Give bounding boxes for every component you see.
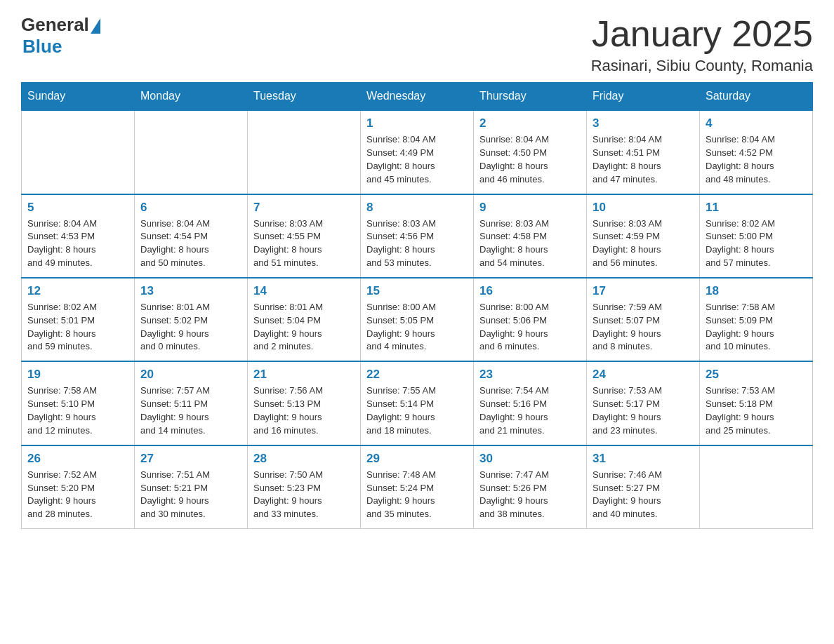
calendar-header-sunday: Sunday: [22, 83, 135, 111]
calendar-cell: 29Sunrise: 7:48 AM Sunset: 5:24 PM Dayli…: [361, 445, 474, 529]
calendar-cell: 7Sunrise: 8:03 AM Sunset: 4:55 PM Daylig…: [248, 194, 361, 278]
day-info: Sunrise: 7:59 AM Sunset: 5:07 PM Dayligh…: [593, 301, 694, 354]
day-number: 19: [27, 368, 128, 382]
calendar-cell: 24Sunrise: 7:53 AM Sunset: 5:17 PM Dayli…: [587, 361, 700, 445]
day-info: Sunrise: 8:04 AM Sunset: 4:51 PM Dayligh…: [593, 133, 694, 186]
logo-blue-text: Blue: [22, 36, 62, 58]
day-info: Sunrise: 7:57 AM Sunset: 5:11 PM Dayligh…: [140, 384, 241, 437]
calendar-cell: 6Sunrise: 8:04 AM Sunset: 4:54 PM Daylig…: [135, 194, 248, 278]
day-info: Sunrise: 8:04 AM Sunset: 4:49 PM Dayligh…: [366, 133, 468, 186]
calendar-cell: 14Sunrise: 8:01 AM Sunset: 5:04 PM Dayli…: [248, 278, 361, 361]
day-number: 18: [706, 284, 807, 298]
calendar-cell: [135, 110, 248, 194]
calendar-cell: 15Sunrise: 8:00 AM Sunset: 5:05 PM Dayli…: [361, 278, 474, 361]
day-info: Sunrise: 7:47 AM Sunset: 5:26 PM Dayligh…: [479, 469, 581, 521]
day-number: 11: [706, 201, 807, 215]
calendar-cell: 8Sunrise: 8:03 AM Sunset: 4:56 PM Daylig…: [361, 194, 474, 278]
calendar-cell: 28Sunrise: 7:50 AM Sunset: 5:23 PM Dayli…: [248, 445, 361, 529]
calendar-cell: 11Sunrise: 8:02 AM Sunset: 5:00 PM Dayli…: [700, 194, 813, 278]
calendar-cell: [248, 110, 361, 194]
week-row-5: 26Sunrise: 7:52 AM Sunset: 5:20 PM Dayli…: [22, 445, 813, 529]
day-info: Sunrise: 7:53 AM Sunset: 5:18 PM Dayligh…: [706, 384, 807, 437]
day-number: 8: [366, 201, 468, 215]
month-title: January 2025: [591, 14, 813, 54]
calendar-header-thursday: Thursday: [474, 83, 587, 111]
calendar-header-saturday: Saturday: [700, 83, 813, 111]
day-number: 31: [593, 452, 694, 466]
calendar-header-friday: Friday: [587, 83, 700, 111]
logo-general-text: General: [21, 14, 89, 36]
day-info: Sunrise: 7:51 AM Sunset: 5:21 PM Dayligh…: [140, 469, 241, 521]
calendar-header-tuesday: Tuesday: [248, 83, 361, 111]
week-row-1: 1Sunrise: 8:04 AM Sunset: 4:49 PM Daylig…: [22, 110, 813, 194]
calendar-cell: 3Sunrise: 8:04 AM Sunset: 4:51 PM Daylig…: [587, 110, 700, 194]
calendar-cell: 5Sunrise: 8:04 AM Sunset: 4:53 PM Daylig…: [22, 194, 135, 278]
day-info: Sunrise: 8:04 AM Sunset: 4:54 PM Dayligh…: [140, 217, 241, 270]
day-number: 17: [593, 284, 694, 298]
day-number: 7: [253, 201, 355, 215]
calendar-cell: 19Sunrise: 7:58 AM Sunset: 5:10 PM Dayli…: [22, 361, 135, 445]
calendar-cell: 18Sunrise: 7:58 AM Sunset: 5:09 PM Dayli…: [700, 278, 813, 361]
calendar-cell: 17Sunrise: 7:59 AM Sunset: 5:07 PM Dayli…: [587, 278, 700, 361]
day-info: Sunrise: 8:04 AM Sunset: 4:53 PM Dayligh…: [27, 217, 128, 270]
day-info: Sunrise: 7:58 AM Sunset: 5:10 PM Dayligh…: [27, 384, 128, 437]
day-number: 27: [140, 452, 241, 466]
calendar-cell: 26Sunrise: 7:52 AM Sunset: 5:20 PM Dayli…: [22, 445, 135, 529]
day-number: 30: [479, 452, 581, 466]
day-info: Sunrise: 8:02 AM Sunset: 5:00 PM Dayligh…: [706, 217, 807, 270]
calendar-cell: 23Sunrise: 7:54 AM Sunset: 5:16 PM Dayli…: [474, 361, 587, 445]
location-title: Rasinari, Sibiu County, Romania: [591, 57, 813, 75]
day-info: Sunrise: 8:00 AM Sunset: 5:06 PM Dayligh…: [479, 301, 581, 354]
day-number: 22: [366, 368, 468, 382]
day-number: 1: [366, 116, 468, 130]
calendar-cell: 25Sunrise: 7:53 AM Sunset: 5:18 PM Dayli…: [700, 361, 813, 445]
day-number: 3: [593, 116, 694, 130]
day-info: Sunrise: 8:03 AM Sunset: 4:59 PM Dayligh…: [593, 217, 694, 270]
calendar-cell: [22, 110, 135, 194]
day-info: Sunrise: 8:04 AM Sunset: 4:52 PM Dayligh…: [706, 133, 807, 186]
logo: General Blue: [21, 14, 100, 58]
day-info: Sunrise: 8:03 AM Sunset: 4:56 PM Dayligh…: [366, 217, 468, 270]
day-number: 12: [27, 284, 128, 298]
calendar-cell: 20Sunrise: 7:57 AM Sunset: 5:11 PM Dayli…: [135, 361, 248, 445]
day-info: Sunrise: 8:04 AM Sunset: 4:50 PM Dayligh…: [479, 133, 581, 186]
day-info: Sunrise: 7:46 AM Sunset: 5:27 PM Dayligh…: [593, 469, 694, 521]
calendar-cell: 21Sunrise: 7:56 AM Sunset: 5:13 PM Dayli…: [248, 361, 361, 445]
calendar-cell: 10Sunrise: 8:03 AM Sunset: 4:59 PM Dayli…: [587, 194, 700, 278]
day-info: Sunrise: 7:48 AM Sunset: 5:24 PM Dayligh…: [366, 469, 468, 521]
day-info: Sunrise: 7:53 AM Sunset: 5:17 PM Dayligh…: [593, 384, 694, 437]
day-number: 24: [593, 368, 694, 382]
calendar-cell: 16Sunrise: 8:00 AM Sunset: 5:06 PM Dayli…: [474, 278, 587, 361]
calendar-cell: 31Sunrise: 7:46 AM Sunset: 5:27 PM Dayli…: [587, 445, 700, 529]
calendar-cell: 22Sunrise: 7:55 AM Sunset: 5:14 PM Dayli…: [361, 361, 474, 445]
day-info: Sunrise: 8:03 AM Sunset: 4:55 PM Dayligh…: [253, 217, 355, 270]
day-info: Sunrise: 8:03 AM Sunset: 4:58 PM Dayligh…: [479, 217, 581, 270]
calendar-header-row: SundayMondayTuesdayWednesdayThursdayFrid…: [22, 83, 813, 111]
calendar-cell: 1Sunrise: 8:04 AM Sunset: 4:49 PM Daylig…: [361, 110, 474, 194]
calendar-header-wednesday: Wednesday: [361, 83, 474, 111]
day-info: Sunrise: 7:52 AM Sunset: 5:20 PM Dayligh…: [27, 469, 128, 521]
page-header: General Blue January 2025 Rasinari, Sibi…: [21, 14, 813, 75]
day-number: 21: [253, 368, 355, 382]
day-info: Sunrise: 8:01 AM Sunset: 5:02 PM Dayligh…: [140, 301, 241, 354]
day-number: 5: [27, 201, 128, 215]
calendar-cell: 12Sunrise: 8:02 AM Sunset: 5:01 PM Dayli…: [22, 278, 135, 361]
day-info: Sunrise: 7:55 AM Sunset: 5:14 PM Dayligh…: [366, 384, 468, 437]
calendar-cell: 2Sunrise: 8:04 AM Sunset: 4:50 PM Daylig…: [474, 110, 587, 194]
week-row-4: 19Sunrise: 7:58 AM Sunset: 5:10 PM Dayli…: [22, 361, 813, 445]
calendar-cell: [700, 445, 813, 529]
day-number: 16: [479, 284, 581, 298]
calendar-cell: 30Sunrise: 7:47 AM Sunset: 5:26 PM Dayli…: [474, 445, 587, 529]
day-number: 29: [366, 452, 468, 466]
day-number: 15: [366, 284, 468, 298]
day-info: Sunrise: 7:54 AM Sunset: 5:16 PM Dayligh…: [479, 384, 581, 437]
calendar-cell: 4Sunrise: 8:04 AM Sunset: 4:52 PM Daylig…: [700, 110, 813, 194]
day-number: 26: [27, 452, 128, 466]
day-number: 28: [253, 452, 355, 466]
calendar-cell: 9Sunrise: 8:03 AM Sunset: 4:58 PM Daylig…: [474, 194, 587, 278]
day-number: 9: [479, 201, 581, 215]
day-info: Sunrise: 8:02 AM Sunset: 5:01 PM Dayligh…: [27, 301, 128, 354]
title-area: January 2025 Rasinari, Sibiu County, Rom…: [591, 14, 813, 75]
day-number: 6: [140, 201, 241, 215]
logo-triangle-icon: [91, 18, 100, 34]
